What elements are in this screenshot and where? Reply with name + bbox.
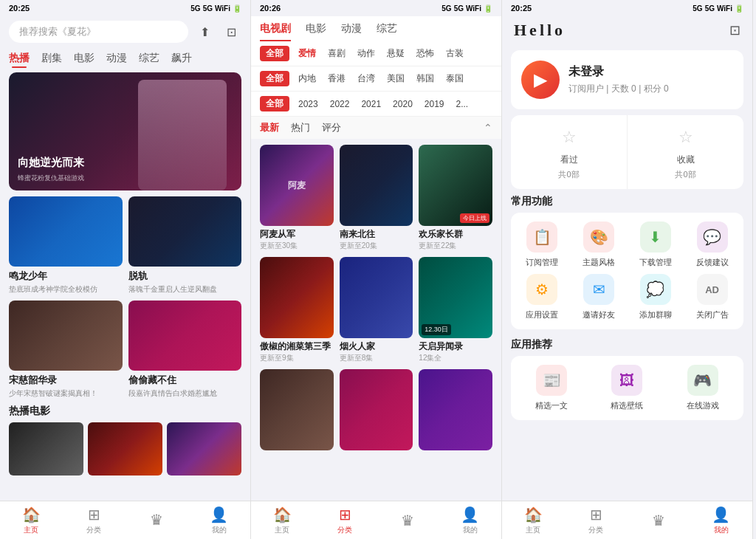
tab-movie[interactable]: 电影 bbox=[74, 47, 94, 69]
stat-watched[interactable]: ☆ 看过 共0部 bbox=[511, 115, 628, 189]
search-bar[interactable]: 推荐搜索《夏花》 bbox=[9, 21, 188, 43]
filter-2020[interactable]: 2020 bbox=[390, 97, 416, 111]
filter-tw[interactable]: 台湾 bbox=[354, 71, 378, 86]
nav-home-3[interactable]: 🏠 主页 bbox=[502, 501, 565, 539]
func-ads-label: 关闭广告 bbox=[696, 309, 729, 320]
nav-home-1[interactable]: 🏠 主页 bbox=[0, 501, 63, 539]
filter-hk[interactable]: 香港 bbox=[325, 71, 348, 86]
func-theme[interactable]: 🎨 主题风格 bbox=[574, 222, 625, 268]
func-settings[interactable]: ⚙ 应用设置 bbox=[517, 274, 568, 320]
filter-mystery[interactable]: 悬疑 bbox=[384, 46, 408, 61]
tab-hot[interactable]: 热播 bbox=[9, 47, 30, 69]
drama-card-1[interactable]: 阿麦 阿麦从军 更新至30集 bbox=[260, 145, 334, 251]
filter-mainland[interactable]: 内地 bbox=[295, 71, 319, 86]
p2-tab-variety[interactable]: 综艺 bbox=[377, 22, 397, 41]
nav-mine-2[interactable]: 👤 我的 bbox=[439, 501, 501, 539]
movie-1[interactable] bbox=[9, 422, 83, 476]
article-icon: 📰 bbox=[536, 365, 567, 396]
p2-tab-tv[interactable]: 电视剧 bbox=[260, 22, 291, 41]
stat-collected[interactable]: ☆ 收藏 共0部 bbox=[628, 115, 743, 189]
upload-icon[interactable]: ⬆ bbox=[194, 21, 215, 42]
app-games[interactable]: 🎮 在线游戏 bbox=[668, 365, 738, 411]
filter-2021[interactable]: 2021 bbox=[358, 97, 384, 111]
drama-sub-3: 更新至22集 bbox=[419, 241, 492, 251]
drama-card-8[interactable] bbox=[340, 369, 413, 453]
mine-header: Hello ⊡ bbox=[502, 16, 752, 44]
filter-comedy[interactable]: 喜剧 bbox=[325, 46, 348, 61]
drama-scroll[interactable]: 阿麦 阿麦从军 更新至30集 南来北往 更新至20集 今日上线 欢乐家长群 更新… bbox=[251, 139, 501, 501]
drama-card-5[interactable]: 烟火人家 更新至8集 bbox=[340, 257, 413, 363]
hero-banner[interactable]: 向她逆光而来 蜂蜜花粉复仇基础游戏 bbox=[9, 72, 241, 190]
nav-category-1[interactable]: ⊞ 分类 bbox=[63, 501, 126, 539]
panel-home: 20:25 5G 5G WiFi 🔋 推荐搜索《夏花》 ⬆ ⊡ 热播 剧集 电影… bbox=[0, 0, 251, 539]
drama-card-7[interactable] bbox=[260, 369, 334, 453]
drama-sub-1: 更新至30集 bbox=[260, 241, 334, 251]
filter-kr[interactable]: 韩国 bbox=[413, 71, 437, 86]
app-wallpaper[interactable]: 🖼 精选壁纸 bbox=[592, 365, 662, 411]
crown-icon-3: ♛ bbox=[652, 512, 665, 529]
filter-2019[interactable]: 2019 bbox=[422, 97, 447, 111]
nav-category-3[interactable]: ⊞ 分类 bbox=[565, 501, 628, 539]
filter-action[interactable]: 动作 bbox=[354, 46, 378, 61]
filter-2022[interactable]: 2022 bbox=[327, 97, 353, 111]
card-3[interactable]: 宋慈韶华录 少年宋慈智破谜案揭真相！ bbox=[9, 301, 123, 399]
func-download[interactable]: ⬇ 下载管理 bbox=[630, 222, 681, 268]
filter-romance[interactable]: 爱情 bbox=[295, 46, 319, 61]
func-theme-label: 主题风格 bbox=[583, 257, 615, 268]
tab-anime[interactable]: 动漫 bbox=[106, 47, 127, 69]
filter-tag-3[interactable]: 全部 bbox=[260, 96, 289, 111]
nav-mine-3[interactable]: 👤 我的 bbox=[690, 501, 752, 539]
nav-cat-label-2: 分类 bbox=[337, 525, 352, 535]
func-subscription[interactable]: 📋 订阅管理 bbox=[517, 222, 568, 268]
drama-card-9[interactable] bbox=[419, 369, 492, 453]
filter-horror[interactable]: 恐怖 bbox=[413, 46, 437, 61]
tab-rising[interactable]: 飙升 bbox=[171, 47, 192, 69]
func-feedback[interactable]: 💬 反馈建议 bbox=[687, 222, 738, 268]
p2-tab-anime[interactable]: 动漫 bbox=[341, 22, 362, 41]
sort-latest[interactable]: 最新 bbox=[260, 121, 279, 134]
tab-drama[interactable]: 剧集 bbox=[41, 47, 62, 69]
avatar[interactable]: ▶ bbox=[521, 61, 560, 99]
tab-variety[interactable]: 综艺 bbox=[139, 47, 159, 69]
nav-crown-1[interactable]: ♛ bbox=[126, 501, 188, 539]
app-games-label: 在线游戏 bbox=[687, 400, 719, 411]
nav-home-2[interactable]: 🏠 主页 bbox=[251, 501, 314, 539]
filter-tag-2[interactable]: 全部 bbox=[260, 71, 289, 86]
drama-card-2[interactable]: 南来北往 更新至20集 bbox=[340, 145, 413, 251]
collapse-icon[interactable]: ⌃ bbox=[484, 122, 492, 134]
filter-th[interactable]: 泰国 bbox=[443, 71, 467, 86]
filter-us[interactable]: 美国 bbox=[384, 71, 408, 86]
drama-title-1: 阿麦从军 bbox=[260, 228, 334, 241]
app-article[interactable]: 📰 精选一文 bbox=[517, 365, 586, 411]
category-tabs: 电视剧 电影 动漫 综艺 bbox=[251, 16, 501, 41]
nav-mine-1[interactable]: 👤 我的 bbox=[188, 501, 250, 539]
card-1[interactable]: 鸣龙少年 垫底班成考神学院全校模仿 bbox=[9, 196, 123, 295]
filter-ancient[interactable]: 古装 bbox=[443, 46, 467, 61]
mine-scroll[interactable]: ▶ 未登录 订阅用户 | 天数 0 | 积分 0 ☆ 看过 共0部 ☆ 收藏 共… bbox=[502, 44, 752, 501]
drama-card-4[interactable]: 傲椒的湘菜第三季 更新至9集 bbox=[260, 257, 334, 363]
drama-card-6[interactable]: 12.30日 天启异闻录 12集全 bbox=[419, 257, 492, 363]
home-scroll[interactable]: 向她逆光而来 蜂蜜花粉复仇基础游戏 鸣龙少年 垫底班成考神学院全校模仿 脱轨 落… bbox=[0, 72, 250, 501]
nav-crown-3[interactable]: ♛ bbox=[628, 501, 690, 539]
drama-card-3[interactable]: 今日上线 欢乐家长群 更新至22集 bbox=[419, 145, 492, 251]
nav-category-2[interactable]: ⊞ 分类 bbox=[314, 501, 377, 539]
sort-rating[interactable]: 评分 bbox=[322, 121, 341, 134]
watched-label: 看过 bbox=[560, 154, 578, 166]
card-4[interactable]: 偷偷藏不住 段嘉许真情告白求婚惹尴尬 bbox=[128, 301, 242, 399]
nav-crown-2[interactable]: ♛ bbox=[377, 501, 439, 539]
home-icon-3: 🏠 bbox=[524, 506, 543, 523]
filter-2023[interactable]: 2023 bbox=[295, 97, 321, 111]
drama-thumb-5 bbox=[340, 257, 413, 338]
scan-icon[interactable]: ⊡ bbox=[221, 21, 241, 42]
card-2[interactable]: 脱轨 落魄千金重启人生逆风翻盘 bbox=[128, 196, 242, 295]
filter-tag-1[interactable]: 全部 bbox=[260, 46, 289, 61]
func-ads[interactable]: AD 关闭广告 bbox=[687, 274, 738, 320]
sort-popular[interactable]: 热门 bbox=[291, 121, 310, 134]
movie-3[interactable] bbox=[167, 422, 241, 476]
p2-tab-movie[interactable]: 电影 bbox=[306, 22, 326, 41]
message-icon[interactable]: ⊡ bbox=[729, 22, 740, 38]
func-group[interactable]: 💭 添加群聊 bbox=[630, 274, 681, 320]
filter-more[interactable]: 2... bbox=[453, 97, 472, 111]
movie-2[interactable] bbox=[88, 422, 162, 476]
func-invite[interactable]: ✉ 邀请好友 bbox=[574, 274, 625, 320]
